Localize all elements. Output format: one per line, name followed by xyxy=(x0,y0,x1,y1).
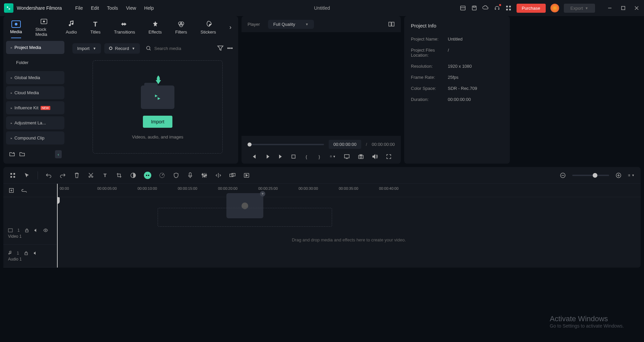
shield-icon[interactable] xyxy=(173,172,179,179)
search-input[interactable] xyxy=(154,46,211,51)
speed-icon[interactable] xyxy=(159,172,165,179)
compare-icon[interactable] xyxy=(388,21,395,27)
project-info-title: Project Info xyxy=(411,23,503,28)
next-frame-icon[interactable] xyxy=(278,154,283,160)
tab-media[interactable]: Media xyxy=(10,20,22,34)
svg-rect-49 xyxy=(230,174,233,177)
tab-effects[interactable]: Effects xyxy=(149,20,162,35)
mixer-icon[interactable] xyxy=(201,172,208,179)
eye-icon[interactable] xyxy=(43,228,48,233)
volume-icon[interactable] xyxy=(372,154,378,160)
delete-icon[interactable] xyxy=(73,172,80,179)
play-icon[interactable] xyxy=(264,154,270,160)
record-dropdown[interactable]: Record▼ xyxy=(104,43,140,54)
import-button[interactable]: Import xyxy=(143,116,172,128)
svg-rect-31 xyxy=(13,173,15,175)
timeline-view-icon[interactable] xyxy=(9,172,16,179)
tabs-more-arrow-icon[interactable]: › xyxy=(229,24,231,31)
maximize-icon[interactable] xyxy=(620,5,627,11)
crop-icon[interactable] xyxy=(116,172,122,179)
snapshot-icon[interactable] xyxy=(358,154,364,160)
player-progress[interactable] xyxy=(248,144,324,145)
display-icon[interactable] xyxy=(344,154,350,160)
undo-icon[interactable] xyxy=(45,172,52,179)
mic-icon[interactable] xyxy=(187,172,194,179)
mute-icon[interactable] xyxy=(33,251,38,255)
sidebar-item-global-media[interactable]: ▸Global Media xyxy=(6,71,64,84)
menu-help[interactable]: Help xyxy=(144,5,154,11)
sidebar-collapse-icon[interactable]: ‹ xyxy=(55,150,62,158)
tab-stickers[interactable]: Stickers xyxy=(201,20,216,35)
close-icon[interactable] xyxy=(633,5,640,11)
quality-select[interactable]: Full Quality▼ xyxy=(268,20,314,29)
fullscreen-icon[interactable] xyxy=(386,154,391,160)
track-drop-placeholder[interactable] xyxy=(158,208,332,227)
keyframe-split-icon[interactable] xyxy=(215,172,222,179)
user-avatar[interactable] xyxy=(550,4,559,12)
cursor-icon[interactable] xyxy=(23,172,30,179)
sidebar-item-cloud-media[interactable]: ▸Cloud Media xyxy=(6,86,64,99)
menu-view[interactable]: View xyxy=(126,5,136,11)
text-icon[interactable]: T xyxy=(102,172,108,179)
new-folder-icon[interactable] xyxy=(9,151,15,158)
sidebar-item-influence-kit[interactable]: ▸Influence KitNEW xyxy=(6,101,64,114)
tab-titles[interactable]: TTitles xyxy=(90,20,101,35)
sidebar-item-project-media[interactable]: ▸Project Media xyxy=(6,41,64,54)
track-headers: 1 Video 1 1 Audio 1 xyxy=(3,184,57,268)
tab-transitions[interactable]: Transitions xyxy=(114,20,135,35)
layout-icon[interactable] xyxy=(460,5,466,11)
timeline-options-icon[interactable]: ▼ xyxy=(628,172,635,179)
folder-icon[interactable] xyxy=(19,151,25,158)
menu-file[interactable]: File xyxy=(75,5,83,11)
cut-icon[interactable] xyxy=(88,172,94,179)
zoom-in-icon[interactable] xyxy=(615,172,622,179)
menu-edit[interactable]: Edit xyxy=(91,5,99,11)
mark-out-icon[interactable]: } xyxy=(317,154,322,160)
audio-track-icon xyxy=(8,251,12,255)
export-button[interactable]: Export▼ xyxy=(564,4,595,13)
sidebar-item-compound-clip[interactable]: ▸Compound Clip xyxy=(6,131,64,145)
player-panel: Player Full Quality▼ 00:00:00:00 / 00:00… xyxy=(241,16,401,164)
headset-icon[interactable] xyxy=(494,5,500,11)
svg-rect-22 xyxy=(389,22,391,26)
redo-icon[interactable] xyxy=(59,172,66,179)
timeline-ruler[interactable]: 00:00 00:00:05:00 00:00:10:00 00:00:15:0… xyxy=(57,184,641,197)
grid-icon[interactable] xyxy=(505,5,512,11)
new-badge: NEW xyxy=(41,106,50,110)
save-icon[interactable] xyxy=(471,5,478,11)
tab-audio[interactable]: Audio xyxy=(66,20,77,35)
zoom-out-icon[interactable] xyxy=(559,172,566,179)
menu-tools[interactable]: Tools xyxy=(107,5,118,11)
player-viewport[interactable] xyxy=(241,32,401,136)
link-icon[interactable] xyxy=(21,187,28,194)
zoom-slider[interactable] xyxy=(572,175,609,176)
import-dropdown[interactable]: Import▼ xyxy=(72,43,101,54)
sidebar-item-folder[interactable]: Folder xyxy=(6,56,64,69)
color-icon[interactable] xyxy=(130,172,137,179)
media-content: Import▼ Record▼ ••• Import Videos, xyxy=(67,38,238,164)
sidebar-item-adjustment-layer[interactable]: ▸Adjustment La... xyxy=(6,116,64,129)
marker-icon[interactable]: ▼ xyxy=(330,154,336,160)
minimize-icon[interactable] xyxy=(606,5,613,11)
cloud-icon[interactable] xyxy=(482,5,489,11)
playhead[interactable] xyxy=(57,184,58,268)
mark-in-icon[interactable]: { xyxy=(304,154,309,160)
ai-icon[interactable] xyxy=(144,172,151,179)
search-box[interactable] xyxy=(143,45,214,52)
tab-stock-media[interactable]: Stock Media xyxy=(35,17,52,37)
group-icon[interactable] xyxy=(229,172,236,179)
import-drop-zone[interactable]: Import Videos, audio, and images xyxy=(93,60,223,154)
timeline-tracks[interactable]: 00:00 00:00:05:00 00:00:10:00 00:00:15:0… xyxy=(57,184,641,268)
add-track-icon[interactable] xyxy=(8,187,15,194)
lock-icon[interactable] xyxy=(24,228,29,233)
svg-rect-41 xyxy=(189,173,191,176)
stop-icon[interactable] xyxy=(291,154,296,160)
lock-icon[interactable] xyxy=(24,251,29,255)
tab-filters[interactable]: Filters xyxy=(175,20,187,35)
prev-frame-icon[interactable] xyxy=(251,154,256,160)
filter-icon[interactable] xyxy=(217,45,224,51)
mute-icon[interactable] xyxy=(34,228,39,233)
more-icon[interactable]: ••• xyxy=(227,45,233,51)
purchase-button[interactable]: Purchase xyxy=(517,4,546,13)
render-icon[interactable] xyxy=(243,172,250,179)
